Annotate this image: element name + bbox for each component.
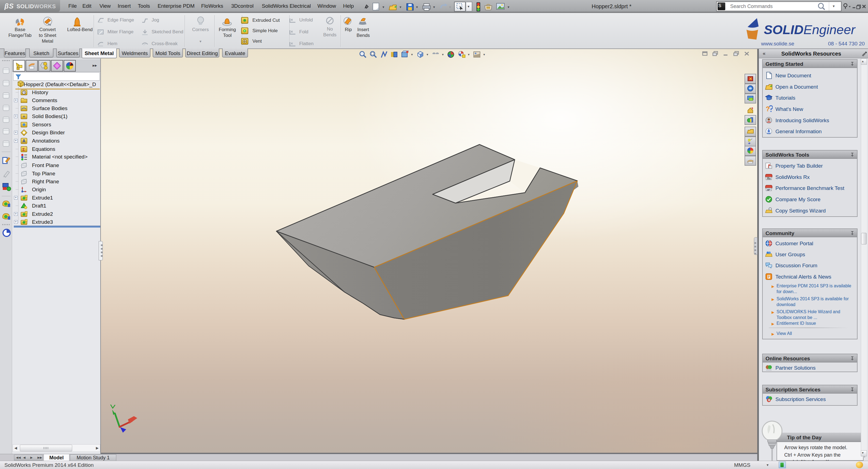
svg-text:Rx: Rx <box>767 177 771 180</box>
svg-text:A: A <box>22 139 26 143</box>
svg-text:Σ: Σ <box>22 147 25 152</box>
